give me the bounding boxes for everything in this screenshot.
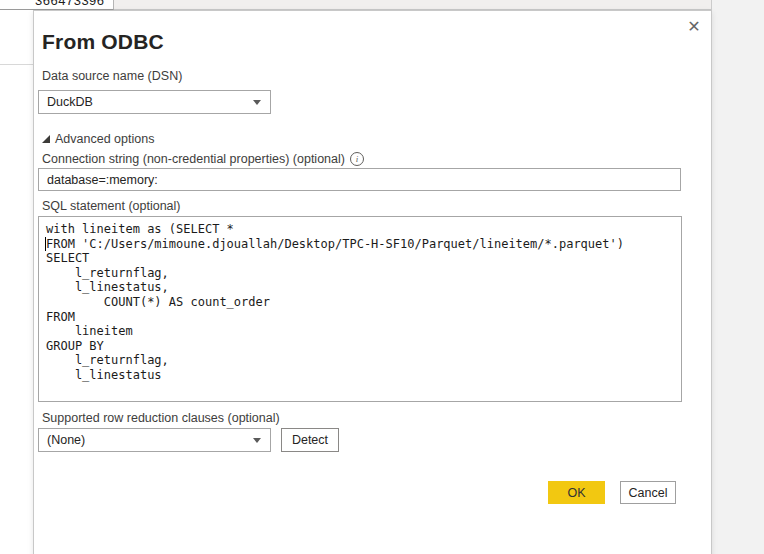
background-cell-number: 366473396 xyxy=(35,0,113,8)
advanced-options-label: Advanced options xyxy=(55,132,154,146)
sql-statement-textarea[interactable]: with lineitem as (SELECT * FROM 'C:/User… xyxy=(38,216,682,402)
dsn-dropdown[interactable]: DuckDB xyxy=(38,90,271,114)
cancel-button[interactable]: Cancel xyxy=(620,481,676,504)
expand-triangle-icon xyxy=(42,135,50,143)
info-icon[interactable]: i xyxy=(350,152,364,166)
advanced-options-toggle[interactable]: Advanced options xyxy=(42,132,154,146)
row-reduction-label: Supported row reduction clauses (optiona… xyxy=(42,411,280,425)
from-odbc-dialog: ✕ From ODBC Data source name (DSN) DuckD… xyxy=(33,10,712,554)
connection-string-label: Connection string (non-credential proper… xyxy=(42,152,364,166)
dialog-title: From ODBC xyxy=(42,30,164,54)
sql-statement-text: with lineitem as (SELECT * FROM 'C:/User… xyxy=(39,217,681,401)
detect-button[interactable]: Detect xyxy=(281,428,339,452)
text-caret xyxy=(45,237,46,251)
chevron-down-icon xyxy=(253,438,261,443)
chevron-down-icon xyxy=(253,100,261,105)
background-side-panel xyxy=(711,0,764,554)
row-reduction-dropdown[interactable]: (None) xyxy=(38,428,271,452)
ok-button[interactable]: OK xyxy=(548,481,605,504)
connection-string-label-text: Connection string (non-credential proper… xyxy=(42,152,345,166)
dsn-label: Data source name (DSN) xyxy=(42,69,182,83)
sql-statement-label: SQL statement (optional) xyxy=(42,199,181,213)
background-table-cell: 366473396 xyxy=(0,0,114,10)
connection-string-input[interactable] xyxy=(38,168,681,191)
row-reduction-dropdown-value: (None) xyxy=(39,433,253,447)
background-divider xyxy=(0,64,33,65)
dsn-dropdown-value: DuckDB xyxy=(39,95,253,109)
close-icon[interactable]: ✕ xyxy=(682,15,706,39)
